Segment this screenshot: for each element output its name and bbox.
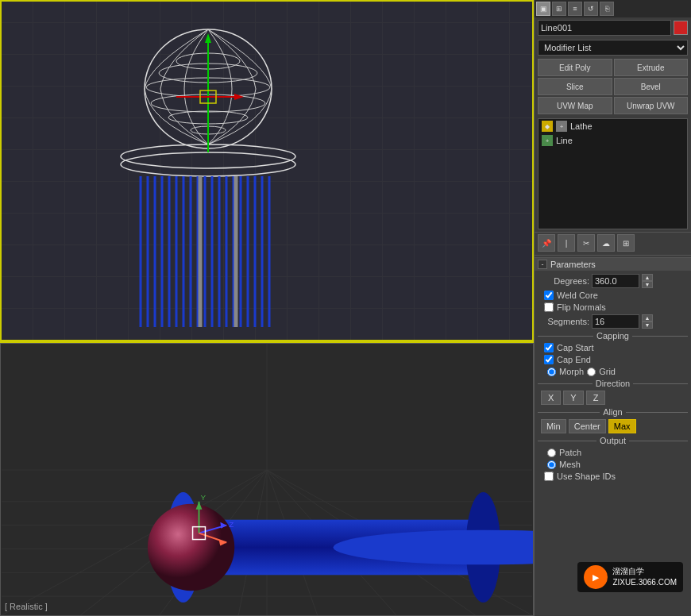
- mesh-row: Mesh: [538, 460, 688, 469]
- modifier-buttons: Edit Poly Extrude Slice Bevel UVW Map Un…: [535, 57, 691, 116]
- dir-y-button[interactable]: Y: [563, 391, 583, 405]
- align-max-button[interactable]: Max: [608, 419, 636, 433]
- patch-radio[interactable]: [547, 449, 556, 457]
- cap-start-checkbox[interactable]: [544, 343, 554, 352]
- segments-label: Segments:: [538, 317, 589, 326]
- lathe-icon: ◆: [542, 121, 553, 132]
- output-line-left: [538, 441, 596, 441]
- flip-normals-label: Flip Normals: [557, 302, 606, 312]
- use-shape-ids-label: Use Shape IDs: [557, 472, 616, 481]
- weld-core-label: Weld Core: [557, 291, 598, 300]
- cap-end-label: Cap End: [557, 355, 591, 364]
- capping-line-left: [538, 336, 593, 337]
- stack-paste-btn[interactable]: ☁: [597, 234, 615, 252]
- slice-button[interactable]: Slice: [538, 78, 612, 95]
- grid-label: Grid: [599, 367, 616, 376]
- grid-radio[interactable]: [587, 368, 596, 376]
- watermark-logo: ▶: [584, 565, 608, 589]
- toolbar-btn-1[interactable]: ▣: [536, 2, 550, 16]
- edit-poly-button[interactable]: Edit Poly: [538, 59, 612, 76]
- uvw-map-button[interactable]: UVW Map: [538, 97, 612, 114]
- parameters-section-header[interactable]: - Parameters: [535, 257, 691, 271]
- degrees-up[interactable]: ▲: [642, 274, 653, 281]
- degrees-input[interactable]: [592, 274, 639, 288]
- extrude-button[interactable]: Extrude: [614, 59, 689, 76]
- degrees-label: Degrees:: [538, 276, 589, 286]
- toolbar-btn-2[interactable]: ⊞: [552, 2, 566, 16]
- unwrap-uvw-button[interactable]: Unwrap UVW: [614, 97, 689, 114]
- segments-down[interactable]: ▼: [642, 321, 653, 329]
- viewport-container: Z Y [ Realistic ]: [0, 0, 534, 616]
- color-swatch[interactable]: [674, 21, 688, 35]
- output-line-right: [629, 441, 688, 441]
- align-min-button[interactable]: Min: [541, 419, 566, 433]
- direction-buttons: X Y Z: [538, 391, 688, 405]
- flip-normals-checkbox[interactable]: [544, 302, 554, 312]
- morph-label: Morph: [559, 367, 584, 376]
- use-shape-ids-row: Use Shape IDs: [538, 472, 688, 481]
- use-shape-ids-checkbox[interactable]: [544, 472, 554, 481]
- parameters-toggle: -: [538, 260, 547, 269]
- stack-cut-btn[interactable]: ✂: [577, 234, 595, 252]
- flip-normals-row: Flip Normals: [538, 302, 688, 312]
- watermark: ▶ 溜溜自学 ZIXUE.3066.COM: [577, 562, 683, 592]
- stack-graph-btn[interactable]: |: [558, 234, 575, 252]
- output-subsection: Output: [538, 436, 688, 445]
- name-row: [535, 17, 691, 38]
- morph-radio[interactable]: [547, 368, 556, 376]
- degrees-row: Degrees: ▲ ▼: [538, 274, 688, 288]
- segments-row: Segments: ▲ ▼: [538, 314, 688, 329]
- viewport-bottom-label: [ Realistic ]: [5, 602, 48, 611]
- svg-point-55: [148, 504, 234, 591]
- panel-toolbar: ▣ ⊞ ≡ ↺ ⎘: [535, 0, 691, 17]
- lathe-expand-icon: +: [556, 121, 567, 132]
- viewport-bottom[interactable]: Z Y [ Realistic ]: [0, 343, 534, 616]
- line-label: Line: [556, 136, 573, 145]
- cap-start-row: Cap Start: [538, 343, 688, 352]
- watermark-url: ZIXUE.3066.COM: [612, 577, 677, 588]
- segments-input[interactable]: [592, 314, 639, 329]
- dir-z-button[interactable]: Z: [586, 391, 606, 405]
- stack-item-lathe[interactable]: ◆ + Lathe: [539, 119, 687, 133]
- patch-label: Patch: [559, 448, 581, 457]
- stack-pin-btn[interactable]: 📌: [538, 234, 555, 252]
- direction-label: Direction: [593, 379, 633, 388]
- wireframe-svg: [97, 17, 319, 327]
- svg-marker-11: [205, 33, 211, 43]
- mesh-label: Mesh: [559, 460, 581, 469]
- cap-end-row: Cap End: [538, 355, 688, 364]
- toolbar-btn-4[interactable]: ↺: [584, 2, 598, 16]
- modifier-list-row: Modifier List: [535, 38, 691, 57]
- align-subsection: Align: [538, 407, 688, 417]
- stack-copy-btn[interactable]: ⊞: [617, 234, 635, 252]
- mesh-radio[interactable]: [547, 460, 556, 469]
- direction-line-right: [633, 383, 688, 384]
- watermark-text: 溜溜自学 ZIXUE.3066.COM: [612, 566, 677, 588]
- bevel-button[interactable]: Bevel: [614, 78, 689, 95]
- line-icon: +: [542, 135, 553, 146]
- top-viewport-object: [97, 17, 319, 327]
- viewport-top[interactable]: [0, 0, 534, 341]
- toolbar-btn-5[interactable]: ⎘: [600, 2, 614, 16]
- svg-text:Y: Y: [200, 493, 206, 502]
- cap-start-label: Cap Start: [557, 343, 593, 352]
- cap-end-checkbox[interactable]: [544, 355, 554, 364]
- capping-line-right: [632, 336, 688, 337]
- object-name-input[interactable]: [538, 20, 671, 36]
- align-line-left: [538, 412, 600, 413]
- stack-item-line[interactable]: + Line: [539, 133, 687, 148]
- right-panel: ▣ ⊞ ≡ ↺ ⎘ Modifier List Edit Poly Extrud…: [534, 0, 691, 616]
- direction-line-left: [538, 383, 593, 384]
- weld-core-checkbox[interactable]: [544, 291, 554, 300]
- dir-x-button[interactable]: X: [541, 391, 561, 405]
- watermark-site: 溜溜自学: [612, 566, 677, 577]
- modifier-dropdown[interactable]: Modifier List: [538, 40, 688, 56]
- degrees-down[interactable]: ▼: [642, 281, 653, 288]
- lathe-label: Lathe: [570, 121, 593, 131]
- toolbar-btn-3[interactable]: ≡: [568, 2, 582, 16]
- align-center-button[interactable]: Center: [569, 419, 606, 433]
- segments-up[interactable]: ▲: [642, 314, 653, 321]
- align-line-right: [626, 412, 688, 413]
- panel-divider-1: [535, 255, 691, 256]
- direction-subsection: Direction: [538, 379, 688, 388]
